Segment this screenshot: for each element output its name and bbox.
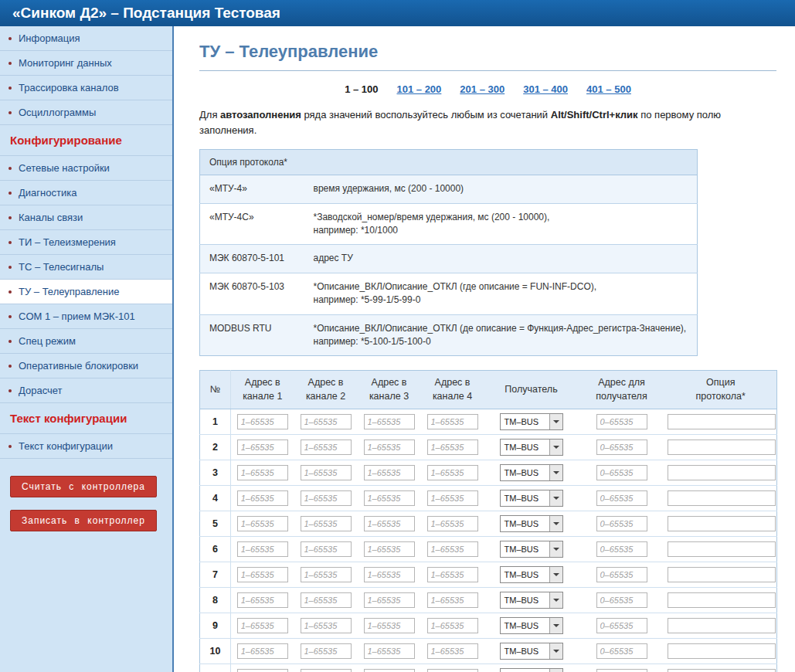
- receiver-select[interactable]: TM–BUS: [500, 566, 563, 583]
- address-channel-2-input[interactable]: [301, 516, 352, 531]
- sidebar-item[interactable]: ТУ – Телеуправление: [0, 280, 172, 304]
- address-channel-2-input[interactable]: [301, 414, 352, 429]
- sidebar-item[interactable]: ТИ – Телеизмерения: [0, 230, 172, 255]
- address-channel-4-input[interactable]: [427, 490, 478, 506]
- sidebar-item[interactable]: Мониторинг данных: [0, 51, 172, 76]
- pagination-link[interactable]: 301 – 400: [523, 83, 568, 95]
- receiver-address-input[interactable]: [596, 440, 647, 455]
- address-channel-1-input[interactable]: [237, 490, 288, 506]
- receiver-address-input[interactable]: [596, 669, 647, 672]
- address-channel-2-input[interactable]: [301, 669, 352, 672]
- address-channel-4-input[interactable]: [427, 618, 478, 633]
- address-channel-2-input[interactable]: [301, 643, 352, 659]
- receiver-select[interactable]: TM–BUS: [500, 541, 563, 558]
- address-channel-3-input[interactable]: [364, 440, 415, 455]
- address-channel-4-input[interactable]: [427, 541, 478, 557]
- address-channel-1-input[interactable]: [237, 643, 288, 659]
- receiver-address-input[interactable]: [596, 465, 647, 480]
- read-from-controller-button[interactable]: Считать с контроллера: [10, 476, 157, 497]
- address-channel-4-input[interactable]: [427, 516, 478, 531]
- sidebar-item[interactable]: ТС – Телесигналы: [0, 255, 172, 280]
- address-channel-4-input[interactable]: [427, 465, 478, 480]
- protocol-option-input[interactable]: [668, 567, 776, 582]
- address-channel-1-input[interactable]: [237, 618, 288, 633]
- sidebar-item[interactable]: Спец режим: [0, 329, 172, 354]
- receiver-select[interactable]: TM–BUS: [500, 439, 563, 456]
- receiver-select[interactable]: TM–BUS: [500, 617, 563, 634]
- sidebar-item[interactable]: Информация: [0, 26, 172, 51]
- pagination-link[interactable]: 401 – 500: [586, 83, 631, 95]
- sidebar-item[interactable]: COM 1 – прием МЭК-101: [0, 304, 172, 329]
- address-channel-3-input[interactable]: [364, 669, 415, 672]
- protocol-option-input[interactable]: [668, 592, 776, 608]
- address-channel-4-input[interactable]: [427, 643, 478, 659]
- receiver-address-input[interactable]: [596, 414, 647, 429]
- receiver-address-input[interactable]: [596, 516, 647, 531]
- receiver-address-input[interactable]: [596, 618, 647, 633]
- receiver-select[interactable]: TM–BUS: [500, 668, 563, 672]
- receiver-select[interactable]: TM–BUS: [500, 592, 563, 609]
- protocol-option-input[interactable]: [668, 643, 776, 659]
- sidebar-item[interactable]: Дорасчет: [0, 378, 172, 403]
- pagination-link[interactable]: 201 – 300: [460, 83, 505, 95]
- receiver-select[interactable]: TM–BUS: [500, 464, 563, 481]
- address-channel-1-input[interactable]: [237, 465, 288, 480]
- address-channel-2-input[interactable]: [301, 618, 352, 633]
- protocol-option-input[interactable]: [668, 541, 776, 557]
- address-channel-4-input[interactable]: [427, 567, 478, 582]
- receiver-address-input[interactable]: [596, 643, 647, 659]
- protocol-option-input[interactable]: [668, 669, 776, 672]
- receiver-select[interactable]: TM–BUS: [500, 515, 563, 532]
- pagination-current[interactable]: 1 – 100: [345, 83, 378, 95]
- address-channel-1-input[interactable]: [237, 567, 288, 582]
- protocol-option-input[interactable]: [668, 490, 776, 506]
- protocol-option-input[interactable]: [668, 618, 776, 633]
- receiver-address-input[interactable]: [596, 490, 647, 506]
- address-channel-1-input[interactable]: [237, 440, 288, 455]
- sidebar-item[interactable]: Диагностика: [0, 181, 172, 205]
- address-channel-4-input[interactable]: [427, 440, 478, 455]
- address-channel-3-input[interactable]: [364, 541, 415, 557]
- receiver-select[interactable]: TM–BUS: [500, 490, 563, 507]
- address-channel-1-input[interactable]: [237, 592, 288, 608]
- receiver-address-input[interactable]: [596, 567, 647, 582]
- pagination-link[interactable]: 101 – 200: [397, 83, 442, 95]
- protocol-options-table: Опция протокола* «МТУ-4»время удержания,…: [199, 149, 698, 356]
- address-channel-3-input[interactable]: [364, 567, 415, 582]
- address-channel-4-input[interactable]: [427, 592, 478, 608]
- sidebar-item[interactable]: Сетевые настройки: [0, 156, 172, 181]
- address-channel-4-input[interactable]: [427, 669, 478, 672]
- protocol-option-input[interactable]: [668, 414, 776, 429]
- address-channel-3-input[interactable]: [364, 490, 415, 506]
- address-channel-3-input[interactable]: [364, 618, 415, 633]
- receiver-address-input[interactable]: [596, 541, 647, 557]
- sidebar-item[interactable]: Осциллограммы: [0, 100, 172, 125]
- address-channel-2-input[interactable]: [301, 490, 352, 506]
- receiver-select[interactable]: TM–BUS: [500, 643, 563, 660]
- sidebar-item[interactable]: Оперативные блокировки: [0, 354, 172, 378]
- address-channel-3-input[interactable]: [364, 643, 415, 659]
- receiver-select[interactable]: TM–BUS: [500, 413, 563, 430]
- protocol-option-input[interactable]: [668, 516, 776, 531]
- receiver-address-input[interactable]: [596, 592, 647, 608]
- address-channel-2-input[interactable]: [301, 541, 352, 557]
- address-channel-2-input[interactable]: [301, 440, 352, 455]
- address-channel-2-input[interactable]: [301, 465, 352, 480]
- address-channel-1-input[interactable]: [237, 516, 288, 531]
- address-channel-3-input[interactable]: [364, 465, 415, 480]
- sidebar-item[interactable]: Трассировка каналов: [0, 76, 172, 100]
- sidebar-item[interactable]: Текст конфигурации: [0, 434, 172, 459]
- protocol-option-input[interactable]: [668, 440, 776, 455]
- address-channel-4-input[interactable]: [427, 414, 478, 429]
- protocol-option-input[interactable]: [668, 465, 776, 480]
- write-to-controller-button[interactable]: Записать в контроллер: [10, 510, 157, 531]
- address-channel-3-input[interactable]: [364, 592, 415, 608]
- address-channel-2-input[interactable]: [301, 592, 352, 608]
- address-channel-3-input[interactable]: [364, 414, 415, 429]
- address-channel-1-input[interactable]: [237, 541, 288, 557]
- address-channel-3-input[interactable]: [364, 516, 415, 531]
- address-channel-2-input[interactable]: [301, 567, 352, 582]
- sidebar-item[interactable]: Каналы связи: [0, 205, 172, 230]
- address-channel-1-input[interactable]: [237, 669, 288, 672]
- address-channel-1-input[interactable]: [237, 414, 288, 429]
